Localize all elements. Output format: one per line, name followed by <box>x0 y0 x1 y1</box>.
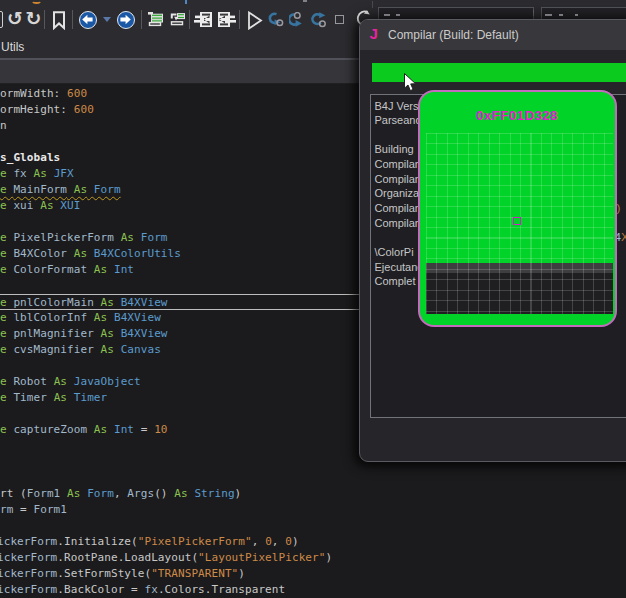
navigate-back-icon[interactable] <box>79 11 97 29</box>
toolbar-separator <box>372 1 373 8</box>
compile-log-line <box>375 128 424 143</box>
compile-log-line <box>375 230 424 245</box>
code-line: ickerForm.RootPane.LoadLayout("LayoutPix… <box>0 550 626 566</box>
clipped-combo-text <box>545 14 552 16</box>
toolbar-separator <box>189 10 190 29</box>
compile-log-line: Complet <box>375 274 424 289</box>
combo-separator <box>533 10 534 16</box>
code-line: ickerForm.SetFormStyle("TRANSPARENT") <box>0 566 626 582</box>
tab-utils[interactable]: Utils <box>1 38 24 57</box>
compile-log-line: Compilan <box>375 201 424 216</box>
format-lines-icon[interactable] <box>147 11 163 27</box>
toolbar-separator <box>141 10 142 29</box>
clipped-menu-glyph-icon <box>185 0 187 4</box>
toolbar-separator <box>72 10 73 29</box>
code-line: rt (Form1 As Form, Args() As String) <box>0 486 626 502</box>
bookmark-icon[interactable] <box>52 11 66 30</box>
clipped-menu-glyph-icon <box>303 0 307 2</box>
compile-log-line: Compilan <box>375 216 424 231</box>
step-into-icon[interactable] <box>266 12 284 27</box>
compile-log-lines: B4J VersiParseand BuildingCompilanCompil… <box>375 99 424 290</box>
next-sub-icon[interactable] <box>216 11 236 28</box>
undo-icon[interactable]: ↺ <box>7 7 23 29</box>
reformat-code-icon[interactable] <box>169 11 185 27</box>
run-icon[interactable] <box>247 11 263 30</box>
code-line <box>0 518 626 534</box>
clipped-combo-text <box>575 14 578 16</box>
code-line: ickerForm.Initialize("PixelPickerForm", … <box>0 534 626 550</box>
compile-log-line: Building <box>375 142 424 157</box>
picked-color-hex-label: 0xFF01D328 <box>420 108 615 123</box>
compile-log-line: Compilan <box>375 157 424 172</box>
history-dropdown-icon[interactable] <box>103 17 111 22</box>
toolbar-separator <box>239 10 240 29</box>
step-over-icon[interactable] <box>289 12 306 28</box>
compile-log-line: Ejecutand <box>375 260 424 275</box>
clipped-combo-text <box>384 14 391 16</box>
compile-log-line: Parseand <box>375 113 424 128</box>
log-line-tail-part: X <box>621 231 626 243</box>
screen: ↺ ↻ <box>0 0 626 598</box>
redo-icon[interactable]: ↻ <box>26 7 42 29</box>
compile-log-line: Compilan <box>375 172 424 187</box>
clipped-combo-text <box>396 14 400 16</box>
compile-log-line: B4J Versi <box>375 99 424 114</box>
center-pixel-indicator <box>513 217 521 225</box>
code-line: rm = Form1 <box>0 502 626 518</box>
pixel-picker-window[interactable]: 0xFF01D328 <box>418 90 617 328</box>
toolbar-separator <box>44 10 45 29</box>
previous-sub-icon[interactable] <box>194 11 214 28</box>
code-line: ickerForm.BackColor = fx.Colors.Transpar… <box>0 582 626 598</box>
dialog-title: Compilar (Build: Default) <box>388 20 519 50</box>
compile-log-line: \ColorPi <box>375 245 424 260</box>
stop-icon[interactable] <box>335 15 344 24</box>
step-out-icon[interactable] <box>310 12 328 28</box>
log-line-tail: ) <box>617 201 621 216</box>
clipped-menu-glyph-icon <box>31 0 42 4</box>
paste-icon[interactable] <box>0 11 3 28</box>
magnifier-canvas <box>426 133 613 314</box>
clipped-combo-text <box>559 14 563 16</box>
compile-log-line: Organiza <box>375 186 424 201</box>
code-line <box>0 470 626 486</box>
dialog-titlebar[interactable]: J Compilar (Build: Default) <box>360 20 626 50</box>
navigate-forward-icon[interactable] <box>117 11 135 29</box>
b4j-logo-icon: J <box>370 25 378 42</box>
mouse-cursor-icon <box>404 73 417 93</box>
